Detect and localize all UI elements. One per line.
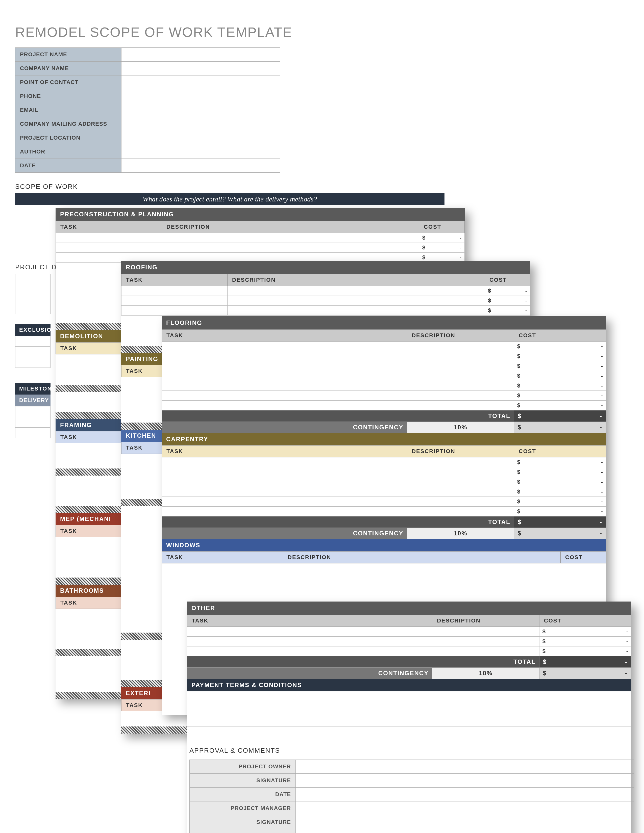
approval-value[interactable] [296,829,634,833]
info-label: AUTHOR [15,145,121,159]
approval-label: SIGNATURE [190,774,296,788]
approval-table: PROJECT OWNERSIGNATUREDATEPROJECT MANAGE… [189,759,634,833]
approval-label: DATE [190,788,296,801]
milestones-header: MILESTONES [15,383,50,394]
stacked-panels: PROJECT DEL EXCLUSION MILESTONES DELIVER… [15,203,629,833]
info-label: COMPANY NAME [15,61,121,76]
approval-label: PROJECT OWNER [190,760,296,774]
info-label: DATE [15,159,121,173]
info-label: EMAIL [15,103,121,117]
approval-label: SIGNATURE [190,815,296,829]
cat-carpentry: CARPENTRY [162,433,606,445]
approval-label: DATE [190,829,296,833]
info-label: PROJECT NAME [15,48,121,61]
approval-value[interactable] [296,760,634,774]
approval-value[interactable] [296,815,634,829]
delivery-header: DELIVERY [15,394,50,406]
payment-terms-header: PAYMENT TERMS & CONDITIONS [187,679,631,691]
info-label: COMPANY MAILING ADDRESS [15,117,121,131]
info-value[interactable] [121,76,280,89]
approval-value[interactable] [296,774,634,788]
info-value[interactable] [121,61,280,76]
info-label: PROJECT LOCATION [15,131,121,145]
approval-heading: APPROVAL & COMMENTS [189,747,631,754]
info-value[interactable] [121,89,280,103]
panel-other: OTHER TASKDESCRIPTIONCOST $- $- $- TOTAL… [187,601,631,833]
info-value[interactable] [121,48,280,61]
page-title: REMODEL SCOPE OF WORK TEMPLATE [15,24,629,40]
approval-value[interactable] [296,788,634,801]
info-value[interactable] [121,117,280,131]
exclusions-header: EXCLUSION [15,324,50,336]
approval-value[interactable] [296,801,634,815]
info-value[interactable] [121,103,280,117]
cat-windows: WINDOWS [162,539,606,551]
info-value[interactable] [121,159,280,173]
scope-of-work-heading: SCOPE OF WORK [15,183,629,191]
info-value[interactable] [121,131,280,145]
project-info-table: PROJECT NAMECOMPANY NAMEPOINT OF CONTACT… [15,47,280,173]
info-value[interactable] [121,145,280,159]
info-label: PHONE [15,89,121,103]
cat-precon: PRECONSTRUCTION & PLANNING [56,208,465,221]
cat-other: OTHER [187,601,631,615]
approval-label: PROJECT MANAGER [190,801,296,815]
info-label: POINT OF CONTACT [15,76,121,89]
cat-roofing: ROOFING [121,261,530,274]
payment-terms-box[interactable] [187,691,631,727]
cat-flooring: FLOORING [162,316,606,330]
